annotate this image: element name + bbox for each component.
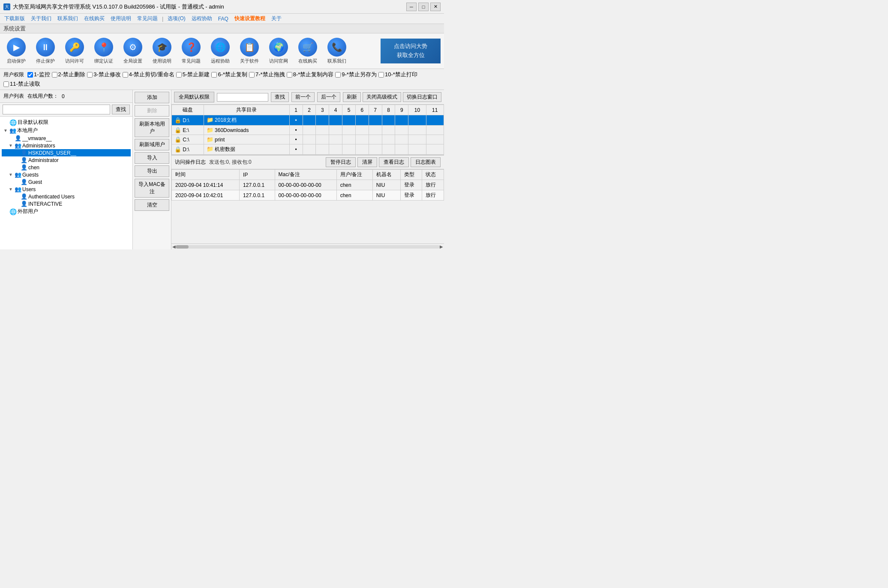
global-perm-button[interactable]: 全局默认权限 bbox=[174, 92, 214, 102]
view-log-button[interactable]: 查看日志 bbox=[379, 157, 409, 167]
share-perm-cell bbox=[408, 135, 426, 144]
refresh-local-button[interactable]: 刷新本地用户 bbox=[135, 118, 169, 137]
next-button[interactable]: 后一个 bbox=[317, 92, 340, 102]
toolbar-stop-protection[interactable]: ⏸ 停止保护 bbox=[33, 36, 58, 66]
log-stats: 发送包:0, 接收包:0 bbox=[209, 159, 252, 166]
menu-buy[interactable]: 在线购买 bbox=[81, 14, 107, 23]
faq-icon: ❓ bbox=[182, 38, 201, 57]
tree-item-hskddns[interactable]: 👤 HSKDDNS_USER__ bbox=[2, 149, 131, 156]
toolbar-faq[interactable]: ❓ 常见问题 bbox=[178, 36, 204, 66]
menu-about-us[interactable]: 关于我们 bbox=[28, 14, 54, 23]
toolbar-about-software[interactable]: 📋 关于软件 bbox=[237, 36, 262, 66]
log-status-cell: 放行 bbox=[422, 190, 444, 201]
perm-no-save-as[interactable]: 9-*禁止另存为 bbox=[335, 71, 377, 78]
toolbar-remote-assist[interactable]: 🌐 远程协助 bbox=[207, 36, 233, 66]
share-perm-cell bbox=[355, 115, 369, 126]
delete-button[interactable]: 删除 bbox=[135, 105, 169, 117]
perm-no-modify[interactable]: 3-禁止修改 bbox=[87, 71, 121, 78]
add-button[interactable]: 添加 bbox=[135, 92, 169, 103]
tree-item-interactive[interactable]: 👤 INTERACTIVE bbox=[2, 200, 131, 207]
refresh-button[interactable]: 刷新 bbox=[343, 92, 361, 102]
share-perm-cell bbox=[395, 135, 408, 144]
tree-item-guests[interactable]: ▼ 👥 Guests bbox=[2, 171, 131, 178]
toolbar-bind-auth[interactable]: 📍 绑定认证 bbox=[91, 36, 117, 66]
prev-button[interactable]: 前一个 bbox=[291, 92, 315, 102]
menu-remote[interactable]: 远程协助 bbox=[189, 14, 215, 23]
log-col-status: 状态 bbox=[422, 170, 444, 180]
menu-quicksetup[interactable]: 快速设置教程 bbox=[232, 14, 268, 23]
refresh-domain-button[interactable]: 刷新域用户 bbox=[135, 139, 169, 150]
perm-no-read[interactable]: 11-禁止读取 bbox=[3, 80, 40, 88]
toolbar-online-buy[interactable]: 🛒 在线购买 bbox=[295, 36, 321, 66]
perm-monitor[interactable]: 1-监控 bbox=[27, 71, 50, 78]
perm-no-print[interactable]: 10-*禁止打印 bbox=[378, 71, 417, 78]
tree-item-external-users[interactable]: 🌐 外部用户 bbox=[2, 207, 131, 216]
tree-item-chen[interactable]: 👤 chen bbox=[2, 164, 131, 171]
tree-item-dir-default[interactable]: 🌐 目录默认权限 bbox=[2, 118, 131, 126]
tree-item-guest[interactable]: 👤 Guest bbox=[2, 178, 131, 186]
share-perm-cell bbox=[426, 126, 444, 135]
share-perm-cell: • bbox=[289, 115, 303, 126]
share-perm-cell bbox=[382, 115, 395, 126]
import-button[interactable]: 导入 bbox=[135, 152, 169, 164]
menu-download[interactable]: 下载新版 bbox=[2, 14, 27, 23]
toolbar-access-permit[interactable]: 🔑 访问许可 bbox=[62, 36, 87, 66]
promo-banner[interactable]: 点击访问大势 获取全方位 bbox=[381, 39, 441, 63]
share-folder-cell: 📁 360Downloads bbox=[204, 126, 289, 135]
perm-no-drag[interactable]: 7-*禁止拖拽 bbox=[249, 71, 285, 78]
perm-no-delete[interactable]: 2-禁止删除 bbox=[52, 71, 86, 78]
tree-item-vmware[interactable]: 👤 __vmware__ bbox=[2, 135, 131, 142]
contact-us-icon: 📞 bbox=[327, 38, 346, 57]
promo-line2: 获取全方位 bbox=[386, 51, 435, 60]
share-table-row[interactable]: 🔒 D:\📁 机密数据• bbox=[172, 144, 444, 155]
tree-item-authenticated-users[interactable]: 👤 Authenticated Users bbox=[2, 193, 131, 200]
close-button[interactable]: ✕ bbox=[430, 3, 441, 11]
share-perm-cell bbox=[382, 135, 395, 144]
clear-log-button[interactable]: 清屏 bbox=[357, 157, 377, 167]
tree-item-users[interactable]: ▼ 👥 Users bbox=[2, 186, 131, 193]
toolbar-contact-us[interactable]: 📞 联系我们 bbox=[324, 36, 350, 66]
share-perm-cell bbox=[408, 115, 426, 126]
tree-item-local-users[interactable]: ▼ 👥 本地用户 bbox=[2, 126, 131, 135]
scrollbar-track[interactable] bbox=[176, 245, 440, 249]
share-perm-cell bbox=[369, 126, 382, 135]
close-adv-button[interactable]: 关闭高级模式 bbox=[363, 92, 401, 102]
minimize-button[interactable]: ─ bbox=[406, 3, 417, 11]
menu-faq2[interactable]: FAQ bbox=[216, 15, 231, 23]
find-button[interactable]: 查找 bbox=[271, 92, 289, 102]
perm-no-cut[interactable]: 4-禁止剪切/重命名 bbox=[123, 71, 174, 78]
user-search-input[interactable] bbox=[3, 105, 110, 114]
share-perm-cell bbox=[342, 115, 356, 126]
toolbar-global-settings[interactable]: ⚙ 全局设置 bbox=[120, 36, 146, 66]
maximize-button[interactable]: □ bbox=[418, 3, 429, 11]
tree-item-administrators[interactable]: ▼ 👥 Administrators bbox=[2, 142, 131, 149]
perm-no-copy-content[interactable]: 8-*禁止复制内容 bbox=[287, 71, 334, 78]
tree-item-administrator[interactable]: 👤 Administrator bbox=[2, 156, 131, 164]
switch-log-button[interactable]: 切换日志窗口 bbox=[403, 92, 441, 102]
perm-no-copy[interactable]: 6-*禁止复制 bbox=[211, 71, 247, 78]
folder-user-icon-admin: 👥 bbox=[15, 142, 21, 149]
scrollbar-thumb[interactable] bbox=[176, 245, 189, 249]
clear-button[interactable]: 清空 bbox=[135, 199, 169, 211]
log-scrollbar[interactable]: ◀ ▶ bbox=[171, 243, 444, 249]
user-search-button[interactable]: 查找 bbox=[112, 105, 130, 114]
toolbar-start-protection[interactable]: ▶ 启动保护 bbox=[3, 36, 29, 66]
perm-no-new[interactable]: 5-禁止新建 bbox=[176, 71, 210, 78]
share-table-container: 磁盘 共享目录 1 2 3 4 5 6 7 8 9 10 11 bbox=[171, 105, 444, 155]
share-table-row[interactable]: 🔒 D:\📁 2018文档• bbox=[172, 115, 444, 126]
menu-contact[interactable]: 联系我们 bbox=[55, 14, 81, 23]
user-icon-hskddns: 👤 bbox=[21, 150, 27, 156]
menu-faq[interactable]: 常见问题 bbox=[135, 14, 160, 23]
log-chart-button[interactable]: 日志图表 bbox=[411, 157, 441, 167]
share-search-input[interactable] bbox=[217, 93, 268, 102]
menu-about[interactable]: 关于 bbox=[269, 14, 284, 23]
menu-manual[interactable]: 使用说明 bbox=[108, 14, 134, 23]
share-table-row[interactable]: 🔒 E:\📁 360Downloads• bbox=[172, 126, 444, 135]
export-button[interactable]: 导出 bbox=[135, 165, 169, 177]
share-table-row[interactable]: 🔒 C:\📁 print• bbox=[172, 135, 444, 144]
menu-options[interactable]: 选项(O) bbox=[165, 14, 188, 23]
pause-log-button[interactable]: 暂停日志 bbox=[326, 157, 356, 167]
import-mac-button[interactable]: 导入MAC备注 bbox=[135, 179, 169, 198]
toolbar-visit-website[interactable]: 🌍 访问官网 bbox=[266, 36, 291, 66]
toolbar-manual[interactable]: 🎓 使用说明 bbox=[149, 36, 175, 66]
